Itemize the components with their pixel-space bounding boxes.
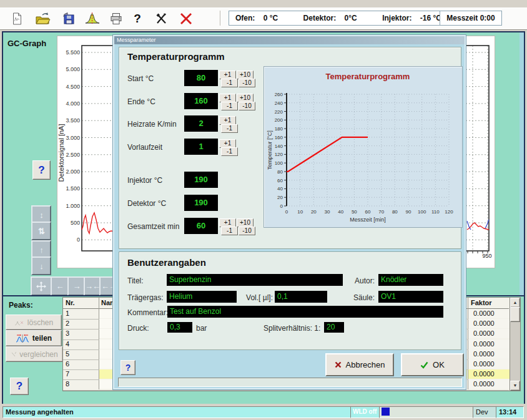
gc-y-tick: 3.000	[66, 135, 80, 141]
scrollbar-thumb[interactable]	[510, 307, 520, 322]
open-button[interactable]	[33, 10, 52, 27]
ende-c-field[interactable]: 160	[184, 93, 218, 109]
spin-plus10-button[interactable]: +10	[237, 94, 254, 102]
temp-x-tick: 90	[406, 209, 411, 215]
temp-chart-panel: Temperaturprogramm0204060801001201401601…	[264, 66, 463, 228]
gc-y-tick: 5.000	[66, 66, 80, 72]
vorlaufzeit-field[interactable]: 1	[184, 139, 218, 155]
new-document-icon	[9, 11, 24, 26]
scroll-down-button[interactable]: ↓	[31, 256, 51, 275]
scrollbar-down-icon[interactable]: ▼	[510, 381, 520, 391]
saeule-field[interactable]: OV1	[378, 291, 443, 303]
spin-plus10-button[interactable]: +10	[237, 71, 254, 79]
cell-faktor: 0.0000	[468, 339, 514, 349]
spin-plus1-button[interactable]: +1	[219, 71, 236, 79]
settings-button[interactable]	[152, 10, 170, 27]
abort-button[interactable]	[177, 10, 195, 27]
temp-y-tick: 120	[275, 152, 283, 157]
user-section-heading: Benutzerangaben	[127, 257, 206, 268]
gc-x-tick-950: 950	[478, 253, 496, 259]
spin-plus1-button[interactable]: +1	[219, 139, 236, 148]
print-button[interactable]	[107, 10, 126, 27]
graph-help-button[interactable]: ?	[32, 160, 51, 180]
gc-y-tick: 3.500	[66, 117, 80, 124]
spin-minus1-button[interactable]: -1	[221, 124, 238, 133]
temp-y-tick: 60	[277, 178, 283, 183]
temperaturprogramm-chart: Temperaturprogramm0204060801001201401601…	[264, 67, 461, 226]
temperature-status-field: Ofen: 0 °C Detektor: 0°C Injektor: -16 °…	[229, 11, 448, 26]
spin-minus10-button[interactable]: -10	[239, 102, 255, 110]
heizrate-k-min-field[interactable]: 2	[184, 115, 218, 132]
compare-peak-icon	[11, 351, 17, 358]
help-button[interactable]: ?	[128, 10, 147, 27]
temp-field-label: Vorlaufzeit	[127, 143, 162, 152]
split-field[interactable]: 20	[324, 322, 344, 333]
gesamtzeit-min-field[interactable]: 60	[184, 218, 218, 234]
spin-minus1-button[interactable]: -1	[221, 147, 238, 156]
druck-field[interactable]: 0,3	[167, 322, 192, 333]
spin-minus10-button[interactable]: -10	[239, 227, 255, 235]
detektor-value: 0°C	[345, 14, 357, 22]
question-icon: ?	[38, 164, 44, 177]
peaks-help-button[interactable]: ?	[10, 378, 29, 395]
abbrechen-button[interactable]: Abbrechen	[325, 353, 394, 376]
kommentar-field[interactable]: Test auf Benzol	[167, 306, 443, 318]
cell-nr: 2	[66, 320, 69, 327]
temp-x-tick: 80	[392, 209, 398, 215]
injektor-c-field[interactable]: 190	[184, 172, 218, 188]
cell-nr: 3	[66, 330, 69, 337]
cell-nr: 4	[66, 340, 69, 348]
temp-x-tick: 70	[378, 209, 384, 215]
gc-y-tick: 0	[77, 237, 80, 243]
temp-x-tick: 0	[285, 209, 288, 215]
toolbar: ? Ofen: 0 °C Detektor: 0°C Injektor: -16…	[0, 7, 527, 30]
vergleichen-button[interactable]: vergleichen	[6, 346, 63, 362]
autor-field[interactable]: Knödler	[378, 274, 443, 286]
peaks-table-scrollbar[interactable]: ▲ ▼	[510, 297, 521, 391]
temp-y-tick: 100	[275, 160, 283, 166]
scrollbar-up-icon[interactable]: ▲	[510, 298, 520, 308]
titel-field[interactable]: Superbenzin	[167, 274, 343, 286]
collapse-horizontal-button[interactable]: →←	[84, 276, 101, 296]
temp-y-tick: 20	[277, 195, 283, 200]
temp-field-label: Gesamtzeit min	[127, 222, 179, 231]
spin-minus10-button[interactable]: -10	[239, 79, 255, 87]
gc-y-tick: 4.000	[66, 100, 80, 107]
help-icon: ?	[134, 12, 141, 26]
save-button[interactable]	[59, 10, 78, 27]
scroll-left-button[interactable]: ←	[51, 276, 69, 296]
spin-plus1-button[interactable]: +1	[219, 94, 236, 102]
collapse-vertical-button[interactable]: ⇅	[31, 222, 51, 240]
spin-minus1-button[interactable]: -1	[221, 227, 238, 235]
detektor-c-field[interactable]: 190	[184, 195, 218, 211]
column-header-nr: Nr.	[66, 299, 75, 306]
graph-title: GC-Graph	[7, 39, 46, 48]
spin-plus10-button[interactable]: +10	[237, 218, 254, 227]
new-document-button[interactable]	[7, 10, 26, 27]
vol-field[interactable]: 0,1	[275, 291, 327, 303]
traegergas-field[interactable]: Helium	[167, 291, 237, 303]
spin-minus1-button[interactable]: -1	[221, 79, 238, 87]
status-dev-field: Dev	[473, 406, 498, 418]
spin-plus1-button[interactable]: +1	[219, 218, 236, 227]
temp-y-tick: 40	[277, 186, 283, 192]
column-header-faktor: Faktor	[471, 299, 492, 306]
dialog-status-strip	[118, 378, 462, 387]
scroll-left-icon: ←	[56, 281, 64, 291]
peaks-label: Peaks:	[9, 301, 33, 310]
spin-plus1-button[interactable]: +1	[219, 116, 236, 125]
scroll-right-button[interactable]: →	[67, 276, 86, 296]
spin-minus1-button[interactable]: -1	[221, 102, 238, 110]
move-all-button[interactable]	[31, 276, 52, 296]
dialog-titlebar[interactable]: Messparameter	[114, 36, 465, 44]
temp-y-tick: 180	[275, 126, 283, 132]
cell-nr: 1	[66, 310, 69, 317]
status-clock: 13:14	[496, 406, 524, 418]
dialog-help-button[interactable]: ?	[121, 360, 135, 375]
start-c-field[interactable]: 80	[184, 70, 218, 86]
temp-x-tick: 120	[445, 209, 453, 215]
loeschen-button[interactable]: löschen	[6, 315, 62, 330]
teilen-button[interactable]: teilen	[6, 330, 62, 346]
ok-button[interactable]: OK	[401, 353, 464, 376]
peak-button[interactable]	[83, 10, 102, 27]
